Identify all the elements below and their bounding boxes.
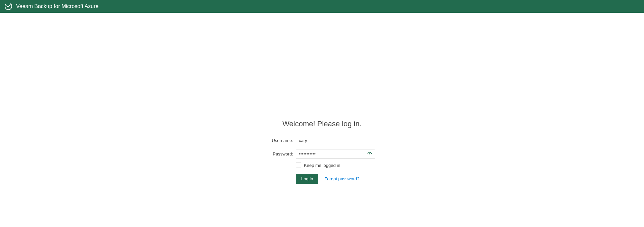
password-label: Password:	[269, 151, 293, 156]
login-form: Welcome! Please log in. Username: Passwo…	[0, 120, 644, 184]
app-header: Veeam Backup for Microsoft Azure	[0, 0, 644, 13]
password-row: Password:	[269, 149, 375, 158]
welcome-heading: Welcome! Please log in.	[282, 120, 362, 128]
keep-logged-in-checkbox[interactable]	[296, 163, 301, 168]
keep-logged-in-row: Keep me logged in	[296, 163, 375, 168]
svg-point-0	[369, 153, 370, 154]
username-input[interactable]	[296, 136, 375, 145]
password-input[interactable]	[296, 149, 375, 158]
username-label: Username:	[269, 138, 293, 143]
username-row: Username:	[269, 136, 375, 145]
keep-logged-in-label[interactable]: Keep me logged in	[304, 163, 340, 168]
app-title: Veeam Backup for Microsoft Azure	[16, 3, 98, 9]
forgot-password-link[interactable]: Forgot password?	[324, 176, 359, 181]
button-row: Log in Forgot password?	[296, 174, 375, 184]
show-password-icon[interactable]	[367, 151, 372, 156]
username-input-wrapper	[296, 136, 375, 145]
password-input-wrapper	[296, 149, 375, 158]
veeam-logo-icon	[4, 2, 13, 11]
login-button[interactable]: Log in	[296, 174, 318, 184]
